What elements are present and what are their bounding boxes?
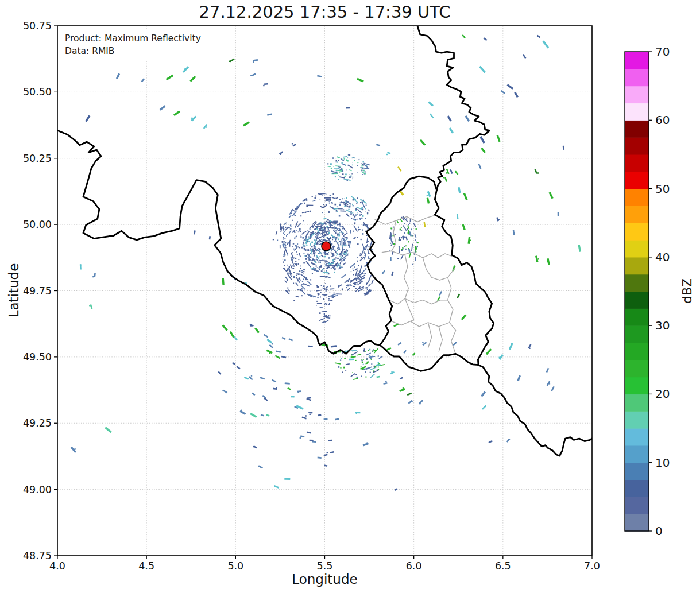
clutter-dot: [352, 157, 353, 158]
clutter-dot: [323, 316, 324, 317]
clutter-dot: [282, 241, 284, 243]
clutter-dot: [330, 286, 331, 287]
clutter-dot: [364, 206, 365, 207]
clutter-dot: [317, 286, 318, 288]
clutter-dot: [363, 161, 364, 162]
echo-streak: [282, 338, 285, 339]
clutter-dot: [315, 246, 316, 247]
clutter-dash: [332, 294, 337, 296]
echo-streak: [255, 328, 258, 333]
clutter-dot: [363, 278, 365, 279]
clutter-dot: [339, 223, 341, 224]
echo-fragment: [356, 413, 357, 414]
echo-fragment: [253, 61, 254, 63]
colorbar-tick-label: 0: [655, 524, 663, 538]
clutter-dot: [341, 261, 342, 262]
clutter-dot: [399, 246, 400, 247]
axis-ticks: [54, 26, 592, 559]
echo-fragment: [529, 348, 530, 349]
echo-fragment: [391, 371, 392, 373]
clutter-dot: [284, 265, 285, 266]
echo-fragment: [427, 195, 428, 196]
x-tick-label: 6.0: [406, 560, 422, 572]
clutter-dot: [327, 273, 328, 274]
clutter-dot: [291, 226, 292, 227]
clutter-dot: [309, 231, 310, 232]
echo-streak: [267, 114, 272, 115]
clutter-dot: [292, 228, 293, 230]
clutter-dot: [361, 257, 362, 258]
echo-streak: [183, 67, 188, 72]
clutter-dot: [325, 277, 326, 278]
clutter-dot: [365, 265, 366, 266]
clutter-dot: [320, 265, 322, 266]
echo-streak: [395, 489, 397, 490]
clutter-dot: [361, 375, 362, 377]
clutter-dot: [330, 163, 332, 165]
echo-streak: [450, 128, 453, 133]
clutter-dot: [401, 227, 402, 228]
clutter-dot: [359, 214, 361, 215]
echo-streak: [223, 390, 227, 393]
echo-fragment: [245, 124, 246, 125]
clutter-dot: [322, 269, 323, 270]
echo-streak: [86, 116, 90, 122]
clutter-dot: [318, 293, 319, 294]
clutter-dash: [412, 244, 412, 251]
echo-fragment: [184, 68, 185, 69]
clutter-dot: [324, 315, 326, 316]
colorbar-tick-label: 50: [655, 182, 670, 196]
echo-fragment: [262, 378, 264, 379]
clutter-dot: [322, 232, 323, 233]
clutter-dot: [311, 291, 311, 292]
clutter-dot: [301, 272, 303, 273]
clutter-dot: [342, 169, 343, 170]
echo-fragment: [251, 375, 252, 376]
clutter-dot: [334, 268, 336, 270]
clutter-dot: [328, 201, 330, 202]
echo-streak: [469, 237, 470, 244]
clutter-dot: [362, 215, 364, 217]
clutter-dot: [345, 174, 347, 176]
clutter-dash: [311, 270, 318, 271]
clutter-dot: [310, 229, 311, 230]
clutter-dot: [349, 174, 350, 175]
clutter-dash: [321, 255, 324, 257]
clutter-dot: [359, 288, 360, 289]
clutter-dot: [293, 272, 295, 273]
clutter-dot: [406, 218, 407, 219]
clutter-dot: [296, 251, 297, 253]
clutter-dot: [336, 170, 338, 172]
clutter-dot: [346, 197, 347, 199]
clutter-dot: [330, 226, 332, 228]
clutter-dot: [346, 280, 347, 281]
y-tick-label: 50.25: [23, 153, 52, 164]
clutter-dot: [292, 246, 293, 247]
clutter-dash: [332, 197, 335, 199]
clutter-dot: [346, 238, 347, 239]
clutter-dot: [357, 214, 358, 215]
clutter-dot: [339, 199, 341, 200]
colorbar-tick-label: 10: [655, 456, 670, 470]
echo-fragment: [538, 258, 539, 259]
clutter-dot: [395, 234, 396, 235]
clutter-dot: [326, 237, 327, 238]
clutter-dot: [365, 288, 366, 289]
clutter-dot: [313, 263, 315, 265]
clutter-dot: [390, 243, 391, 244]
clutter-dot: [327, 163, 328, 164]
clutter-dot: [351, 218, 352, 219]
echo-streak: [376, 145, 380, 146]
clutter-dot: [291, 213, 292, 214]
clutter-dot: [363, 359, 364, 360]
clutter-dot: [365, 212, 366, 213]
clutter-dot: [343, 235, 344, 237]
clutter-dot: [293, 257, 295, 258]
clutter-dash: [368, 249, 369, 254]
echo-streak: [420, 140, 425, 145]
clutter-dot: [319, 294, 320, 295]
clutter-dot: [412, 264, 413, 265]
clutter-dot: [286, 235, 287, 237]
clutter-dash: [302, 212, 309, 213]
echo-streak: [427, 198, 428, 204]
